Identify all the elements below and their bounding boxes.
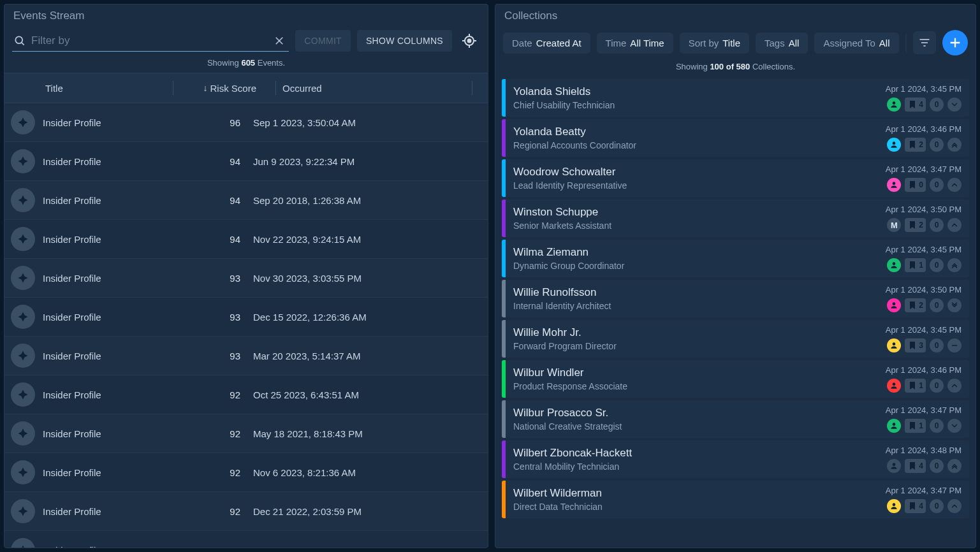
event-row[interactable]: Insider Profile92Oct 25 2023, 6:43:51 AM (4, 375, 488, 414)
collection-date: Apr 1 2024, 3:46 PM (886, 124, 962, 134)
event-row[interactable]: Insider Profile92May 18 2021, 8:18:43 PM (4, 414, 488, 453)
collection-row[interactable]: Wilbur WindlerProduct Response Associate… (502, 360, 969, 398)
collection-name: Wilbert Zboncak-Hackett (513, 447, 870, 460)
search-icon (13, 34, 27, 47)
event-type-icon (11, 110, 35, 134)
event-occurred: Nov 30 2023, 3:03:55 PM (253, 273, 481, 284)
svg-point-23 (893, 423, 896, 426)
chip-label: Tags (764, 38, 785, 48)
collection-meta: Apr 1 2024, 3:45 PM40 (878, 79, 969, 117)
event-title: Insider Profile (43, 506, 164, 517)
col-risk[interactable]: ↓ Risk Score (180, 83, 269, 94)
collection-row[interactable]: Woodrow SchowalterLead Identity Represen… (502, 159, 969, 197)
collection-meta: Apr 1 2024, 3:47 PM40 (878, 481, 969, 518)
badges: 10 (887, 258, 962, 272)
collections-body[interactable]: Yolanda ShieldsChief Usability Technicia… (495, 76, 976, 548)
count-badge: 0 (930, 379, 944, 393)
event-type-icon (11, 188, 35, 212)
commit-button[interactable]: COMMIT (295, 30, 351, 52)
badges: 20 (887, 138, 962, 152)
event-row[interactable]: Insider Profile91Jan 5 2024, 4:57:34 AM (4, 531, 488, 548)
collection-sub: Senior Markets Assistant (513, 221, 870, 231)
event-risk: 93 (164, 351, 253, 361)
event-row[interactable]: Insider Profile93Dec 15 2022, 12:26:36 A… (4, 298, 488, 337)
chip-value: Title (722, 38, 740, 48)
svg-point-16 (893, 142, 896, 145)
event-occurred: Sep 1 2023, 3:50:04 AM (253, 117, 481, 128)
bookmark-badge: 4 (905, 499, 926, 513)
event-occurred: Jun 9 2023, 9:22:34 PM (253, 156, 481, 167)
event-title: Insider Profile (43, 234, 164, 245)
event-row[interactable]: Insider Profile94Nov 22 2023, 9:24:15 AM (4, 220, 488, 259)
collection-main: Wilbert WildermanDirect Data Technician (506, 481, 878, 518)
collection-row[interactable]: Yolanda BeattyRegional Accounts Coordina… (502, 119, 969, 157)
event-title: Insider Profile (43, 467, 164, 478)
collection-row[interactable]: Wilma ZiemannDynamic Group CoordinatorAp… (502, 240, 969, 277)
collection-row[interactable]: Wilbur Prosacco Sr.National Creative Str… (502, 400, 969, 438)
event-risk: 92 (164, 428, 253, 439)
priority-icon (947, 459, 962, 473)
collection-date: Apr 1 2024, 3:45 PM (886, 84, 962, 94)
col-occurred[interactable]: Occurred (282, 83, 465, 94)
bookmark-badge: 1 (905, 379, 926, 393)
priority-icon (947, 138, 962, 152)
add-collection-button[interactable] (942, 30, 968, 55)
collection-meta: Apr 1 2024, 3:48 PM40 (878, 440, 969, 478)
collection-row[interactable]: Wilbert WildermanDirect Data TechnicianA… (502, 481, 969, 518)
collection-row[interactable]: Winston SchuppeSenior Markets AssistantA… (502, 200, 969, 237)
filter-chip[interactable]: TimeAll Time (597, 33, 673, 54)
bookmark-badge: 1 (905, 258, 926, 272)
filter-chip[interactable]: Participant (905, 33, 907, 54)
event-row[interactable]: Insider Profile92Dec 21 2022, 2:03:59 PM (4, 492, 488, 531)
event-row[interactable]: Insider Profile94Sep 20 2018, 1:26:38 AM (4, 181, 488, 220)
collection-row[interactable]: Wilbert Zboncak-HackettCentral Mobility … (502, 440, 969, 478)
bookmark-badge: 1 (905, 419, 926, 433)
collection-row[interactable]: Willie RunolfssonInternal Identity Archi… (502, 280, 969, 317)
filter-chip[interactable]: Assigned ToAll (814, 33, 898, 54)
show-columns-button[interactable]: SHOW COLUMNS (357, 30, 452, 52)
search-input[interactable] (27, 33, 274, 48)
collection-row[interactable]: Yolanda ShieldsChief Usability Technicia… (502, 79, 969, 117)
events-panel-title: Events Stream (4, 4, 488, 26)
clear-icon[interactable] (274, 35, 288, 47)
svg-point-25 (893, 503, 896, 506)
collection-meta: Apr 1 2024, 3:47 PM10 (878, 400, 969, 438)
event-row[interactable]: Insider Profile93Nov 30 2023, 3:03:55 PM (4, 259, 488, 298)
event-risk: 91 (164, 545, 253, 548)
collection-main: Wilma ZiemannDynamic Group Coordinator (506, 240, 878, 277)
bookmark-badge: 2 (905, 298, 926, 312)
svg-point-20 (893, 342, 896, 345)
priority-icon (947, 178, 962, 192)
event-row[interactable]: Insider Profile94Jun 9 2023, 9:22:34 PM (4, 142, 488, 181)
collection-main: Winston SchuppeSenior Markets Assistant (506, 200, 878, 237)
filter-chip[interactable]: Sort byTitle (680, 33, 749, 54)
event-row[interactable]: Insider Profile96Sep 1 2023, 3:50:04 AM (4, 103, 488, 142)
event-row[interactable]: Insider Profile93Mar 20 2023, 5:14:37 AM (4, 337, 488, 375)
events-body[interactable]: Insider Profile96Sep 1 2023, 3:50:04 AMI… (4, 103, 488, 548)
collection-sub: Regional Accounts Coordinator (513, 140, 870, 150)
filter-icon[interactable] (913, 31, 936, 54)
event-type-icon (11, 344, 35, 368)
event-type-icon (11, 382, 35, 407)
priority-icon (947, 338, 962, 352)
event-risk: 94 (164, 234, 253, 245)
collection-row[interactable]: Willie Mohr Jr.Forward Program DirectorA… (502, 320, 969, 358)
avatar-icon (887, 338, 901, 352)
event-row[interactable]: Insider Profile92Nov 6 2023, 8:21:36 AM (4, 453, 488, 492)
collection-meta: Apr 1 2024, 3:46 PM10 (878, 360, 969, 398)
filter-chip[interactable]: TagsAll (756, 33, 808, 54)
collection-name: Wilma Ziemann (513, 246, 870, 259)
locate-icon[interactable] (458, 30, 480, 52)
filter-chip[interactable]: DateCreated At (503, 33, 590, 54)
priority-icon (947, 499, 962, 513)
event-title: Insider Profile (43, 428, 164, 439)
event-title: Insider Profile (43, 389, 164, 400)
collection-main: Woodrow SchowalterLead Identity Represen… (506, 159, 878, 197)
event-occurred: Dec 21 2022, 2:03:59 PM (253, 506, 481, 517)
event-risk: 93 (164, 273, 253, 284)
col-title[interactable]: Title (45, 83, 166, 94)
summary-prefix: Showing (207, 58, 241, 68)
sort-desc-icon: ↓ (203, 83, 207, 93)
event-occurred: Nov 22 2023, 9:24:15 AM (253, 234, 481, 245)
count-badge: 0 (930, 338, 944, 352)
